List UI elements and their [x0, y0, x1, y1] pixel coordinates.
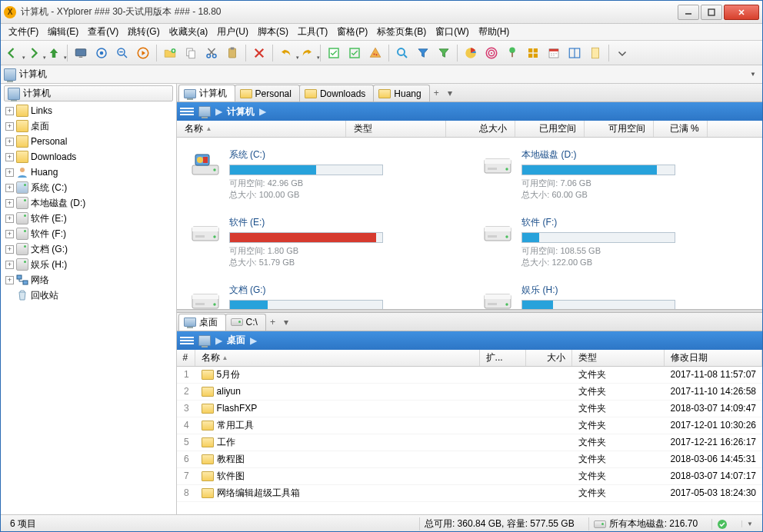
menu-item[interactable]: 窗格(P) — [332, 24, 372, 40]
tree-item[interactable]: +Links — [1, 103, 176, 118]
tab[interactable]: C:\ — [225, 314, 266, 331]
col-name[interactable]: 名称▲ — [195, 350, 480, 366]
calendar-button[interactable] — [545, 44, 563, 62]
tree-item[interactable]: +Personal — [1, 134, 176, 149]
list-item[interactable]: 3FlashFXP文件夹2018-03-07 14:09:47 — [177, 401, 762, 417]
menu-item[interactable]: 脚本(S) — [253, 24, 293, 40]
drive-item[interactable]: 娱乐 (H:) — [469, 279, 762, 309]
drive-item[interactable]: 文档 (G:) — [177, 279, 470, 309]
expand-icon[interactable]: + — [5, 153, 14, 161]
cut-button[interactable] — [202, 44, 221, 62]
list-item[interactable]: 5工作文件夹2017-12-21 16:26:17 — [177, 434, 762, 451]
expand-icon[interactable]: + — [5, 168, 14, 177]
expand-icon[interactable]: + — [5, 245, 14, 254]
tree-item[interactable]: +本地磁盘 (D:) — [1, 195, 176, 211]
tab[interactable]: Personal — [235, 85, 300, 101]
grid-button[interactable] — [524, 44, 542, 62]
undo-button[interactable]: ▾ — [277, 44, 295, 62]
column-header[interactable]: 已满 % — [654, 121, 708, 137]
list-item[interactable]: 7软件图文件夹2018-03-07 14:07:17 — [177, 468, 762, 485]
expand-icon[interactable]: + — [5, 214, 14, 223]
menu-item[interactable]: 窗口(W) — [431, 24, 473, 40]
tab[interactable]: 桌面 — [178, 314, 226, 331]
menu-item[interactable]: 标签页集(B) — [372, 24, 431, 40]
column-header[interactable]: 名称▲ — [177, 121, 346, 137]
paste-button[interactable] — [223, 44, 242, 62]
column-header[interactable]: 已用空间 — [515, 121, 585, 137]
back-button[interactable]: ▾ — [3, 44, 22, 62]
col-size[interactable]: 大小 — [526, 350, 572, 366]
tree-item[interactable]: +Huang — [1, 165, 176, 180]
drive-item[interactable]: 软件 (F:)可用空间: 108.55 GB总大小: 122.00 GB — [469, 211, 762, 279]
expand-icon[interactable]: + — [5, 107, 14, 115]
list-item[interactable]: 2aliyun文件夹2017-11-10 14:26:58 — [177, 384, 762, 401]
expand-icon[interactable]: + — [5, 122, 14, 131]
hamburger-icon[interactable] — [180, 337, 194, 344]
expand-icon[interactable]: + — [5, 276, 14, 284]
menu-item[interactable]: 查看(V) — [83, 24, 123, 40]
menu-item[interactable]: 跳转(G) — [123, 24, 164, 40]
page-button[interactable] — [586, 44, 605, 62]
expand-icon[interactable]: + — [5, 230, 14, 238]
tab-menu-button[interactable]: ▾ — [443, 85, 457, 101]
bottom-breadcrumb[interactable]: ▶ 桌面 ▶ — [177, 331, 762, 350]
close-button[interactable] — [724, 5, 759, 20]
tab[interactable]: 计算机 — [178, 85, 235, 101]
forward-button[interactable]: ▾ — [24, 44, 42, 62]
play-button[interactable] — [134, 44, 152, 62]
more-button[interactable] — [613, 44, 631, 62]
col-num[interactable]: # — [177, 350, 195, 366]
drive-item[interactable]: 系统 (C:)可用空间: 42.96 GB总大小: 100.00 GB — [177, 144, 470, 211]
file-list[interactable]: # 名称▲ 扩... 大小 类型 修改日期 15月份文件夹2017-11-08 … — [177, 350, 762, 515]
tab-menu-button[interactable]: ▾ — [279, 314, 293, 331]
tree-root[interactable]: 计算机 — [4, 85, 173, 101]
new-tab-button[interactable]: + — [265, 314, 280, 331]
expand-icon[interactable]: + — [5, 138, 14, 146]
tree-item[interactable]: +文档 (G:) — [1, 241, 176, 257]
tree-item[interactable]: +桌面 — [1, 118, 176, 134]
spiral-button[interactable] — [482, 44, 501, 62]
copy-button[interactable] — [182, 44, 200, 62]
funnel-green-button[interactable] — [435, 44, 453, 62]
drives-view[interactable]: 系统 (C:)可用空间: 42.96 GB总大小: 100.00 GB本地磁盘 … — [177, 138, 762, 309]
status-ok-icon[interactable] — [711, 519, 732, 530]
drive-item[interactable]: 本地磁盘 (D:)可用空间: 7.06 GB总大小: 60.00 GB — [469, 144, 762, 211]
zoom-out-button[interactable] — [113, 44, 132, 62]
maximize-button[interactable] — [701, 5, 722, 20]
tab[interactable]: Downloads — [299, 85, 374, 101]
menu-item[interactable]: 用户(U) — [212, 24, 253, 40]
col-date[interactable]: 修改日期 — [665, 350, 762, 366]
status-menu-icon[interactable]: ▼ — [741, 520, 758, 527]
new-tab-button[interactable]: + — [429, 85, 444, 101]
tree-item[interactable]: +系统 (C:) — [1, 180, 176, 195]
col-ext[interactable]: 扩... — [480, 350, 526, 366]
column-header[interactable]: 总大小 — [446, 121, 515, 137]
column-header[interactable]: 可用空间 — [585, 121, 654, 137]
split-button[interactable] — [565, 44, 584, 62]
funnel-blue-button[interactable] — [414, 44, 432, 62]
search-button[interactable] — [393, 44, 411, 62]
list-item[interactable]: 4常用工具文件夹2017-12-01 10:30:26 — [177, 417, 762, 434]
tree-item[interactable]: +娱乐 (H:) — [1, 257, 176, 272]
menu-item[interactable]: 文件(F) — [4, 24, 43, 40]
top-breadcrumb[interactable]: ▶ 计算机 ▶ — [177, 102, 762, 121]
expand-icon[interactable]: + — [5, 184, 14, 192]
tree-item[interactable]: +网络 — [1, 272, 176, 288]
list-item[interactable]: 6教程图文件夹2018-03-06 14:45:31 — [177, 451, 762, 468]
tree-item[interactable]: +软件 (F:) — [1, 226, 176, 241]
tree-item[interactable]: +软件 (E:) — [1, 211, 176, 226]
menu-item[interactable]: 收藏夹(a) — [165, 24, 213, 40]
drives-column-header[interactable]: 名称▲类型总大小已用空间可用空间已满 % — [177, 121, 762, 138]
tree-item[interactable]: +Downloads — [1, 149, 176, 165]
menu-item[interactable]: 帮助(H) — [474, 24, 515, 40]
checkbox-button[interactable] — [325, 44, 343, 62]
delete-button[interactable] — [250, 44, 268, 62]
check-button[interactable] — [345, 44, 364, 62]
redo-button[interactable]: ▾ — [298, 44, 316, 62]
hamburger-icon[interactable] — [180, 108, 194, 115]
column-header[interactable]: 类型 — [346, 121, 446, 137]
desktop-button[interactable] — [72, 44, 90, 62]
list-item[interactable]: 8网络编辑超级工具箱文件夹2017-05-03 18:24:30 — [177, 485, 762, 502]
list-item[interactable]: 15月份文件夹2017-11-08 11:57:07 — [177, 367, 762, 384]
drive-item[interactable]: 软件 (E:)可用空间: 1.80 GB总大小: 51.79 GB — [177, 211, 470, 279]
